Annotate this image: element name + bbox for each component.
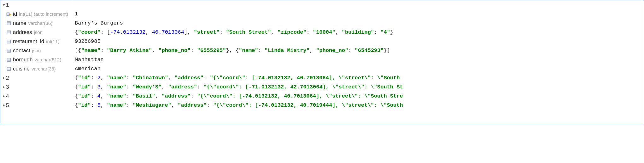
svg-rect-28 [7,58,10,59]
svg-rect-19 [7,41,10,42]
svg-rect-2 [7,14,9,14]
field-row[interactable]: addressjson{"coord": [-74.0132132, 40.70… [0,28,644,37]
record-row[interactable]: 5{"id": 5, "name": "Meshiagare", "addres… [0,101,644,110]
field-value: 93286985 [72,37,644,46]
svg-rect-1 [7,13,9,13]
field-name: contact [13,46,30,55]
field-row[interactable]: boroughvarchar(512)Manhattan [0,55,644,64]
column-icon [6,48,11,53]
column-icon [6,39,11,44]
field-row[interactable]: namevarchar(36)Barry's Burgers [0,19,644,28]
field-name: address [13,28,32,37]
chevron-down-icon[interactable] [2,3,6,7]
svg-rect-11 [7,24,10,25]
svg-rect-13 [7,31,10,31]
field-value: Manhattan [72,55,644,64]
svg-rect-10 [7,23,10,24]
svg-rect-18 [7,40,10,41]
svg-rect-33 [7,67,10,68]
chevron-right-icon[interactable] [2,76,6,80]
svg-rect-24 [7,50,10,51]
record-value: {"id": 3, "name": "Wendy'S", "address": … [72,82,644,92]
record-row[interactable]: 4{"id": 4, "name": "Basil", "address": "… [0,92,644,101]
record-row[interactable]: 1 [0,0,644,9]
svg-rect-35 [7,69,10,70]
column-icon [6,66,11,71]
svg-rect-8 [7,22,10,22]
field-row[interactable]: restaurant_idint(11)93286985 [0,37,644,46]
column-icon [6,30,11,35]
field-name: name [13,19,26,28]
svg-rect-9 [7,23,10,23]
field-value: {"coord": [-74.0132132, 40.7013064], "st… [72,28,644,37]
field-row[interactable]: contactjson[{"name": "Barry Atkins", "ph… [0,46,644,55]
svg-rect-36 [7,70,10,70]
field-name: borough [13,55,32,64]
field-type: varchar(512) [34,55,61,64]
svg-rect-26 [7,51,10,52]
field-value: Barry's Burgers [72,19,644,28]
field-row[interactable]: idint(11) (auto increment)1 [0,9,644,19]
record-index: 5 [6,101,9,110]
field-name: restaurant_id [13,37,44,46]
svg-rect-21 [7,42,10,43]
svg-rect-23 [7,49,10,50]
field-name: cuisine [13,64,30,73]
column-icon [6,57,11,62]
field-value: American [72,64,644,73]
field-type: int(11) [46,37,60,46]
chevron-right-icon[interactable] [2,95,6,98]
svg-rect-20 [7,42,10,42]
svg-rect-6 [11,14,11,15]
field-type: json [32,46,41,55]
record-index: 1 [6,0,9,9]
svg-rect-15 [7,32,10,33]
svg-rect-29 [7,59,10,60]
record-row[interactable]: 3{"id": 3, "name": "Wendy'S", "address":… [0,82,644,92]
record-index: 3 [6,82,9,92]
field-value: [{"name": "Barry Atkins", "phone_no": "6… [72,46,644,55]
field-type: varchar(36) [28,19,53,28]
record-row[interactable]: 2{"id": 2, "name": "ChinaTown", "address… [0,73,644,82]
svg-rect-30 [7,60,10,60]
svg-rect-31 [7,60,10,61]
record-value: {"id": 4, "name": "Basil", "address": "{… [72,92,644,101]
svg-rect-14 [7,32,10,32]
svg-rect-25 [7,51,10,51]
result-tree-panel: 1idint(11) (auto increment)1namevarchar(… [0,0,644,124]
column-icon [6,21,11,26]
chevron-right-icon[interactable] [2,104,6,107]
field-row[interactable]: cuisinevarchar(36)American [0,64,644,73]
svg-rect-3 [7,14,9,14]
record-index: 4 [6,92,9,101]
record-index: 2 [6,73,9,82]
svg-rect-34 [7,68,10,69]
field-type: int(11) (auto increment) [19,9,68,19]
field-value: 1 [72,9,644,19]
primary-key-icon [6,12,11,17]
record-value: {"id": 5, "name": "Meshiagare", "address… [72,101,644,110]
field-name: id [13,9,17,19]
chevron-right-icon[interactable] [2,86,6,89]
record-value: {"id": 2, "name": "ChinaTown", "address"… [72,73,644,82]
field-type: varchar(36) [32,64,56,73]
svg-rect-16 [7,33,10,34]
field-type: json [34,28,43,37]
